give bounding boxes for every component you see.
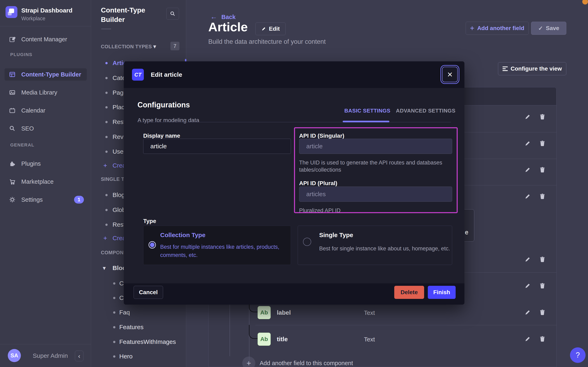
question-icon: ? [576,351,580,359]
component-item[interactable]: Features [91,323,186,331]
calendar-icon [9,107,16,114]
add-field-to-component-button[interactable]: + [242,357,255,367]
type-label: Type [143,218,156,225]
component-item[interactable]: Hero [91,353,186,360]
search-button[interactable] [166,8,179,20]
plus-icon: + [470,24,474,33]
edit-row-button[interactable] [524,283,531,289]
row-divider [255,325,556,325]
settings-gear-icon [9,196,16,203]
collection-count-badge: 7 [170,42,179,50]
cancel-button[interactable]: Cancel [134,286,163,299]
add-another-field-button[interactable]: + Add another field [466,22,529,35]
add-field-to-component-label[interactable]: Add another field to this component [260,360,353,367]
delete-row-button[interactable] [539,140,546,147]
notification-dot [582,0,588,5]
sidebar-item-plugins[interactable]: Plugins [21,160,41,167]
delete-row-button[interactable] [539,309,546,316]
page-title: Article [208,20,248,34]
sidebar-item-calendar[interactable]: Calendar [21,107,45,114]
plus-icon: + [247,359,251,367]
general-section-header: GENERAL [10,142,34,148]
field-name: title [277,336,288,343]
collapse-sidebar-button[interactable]: ‹ [75,351,83,361]
avatar[interactable]: SA [8,349,21,362]
radio-unselected-icon[interactable] [303,238,311,246]
close-button[interactable]: × [442,67,458,82]
edit-row-button[interactable] [524,193,531,200]
sidebar-item-marketplace[interactable]: Marketplace [21,178,54,185]
app-window: Strapi Dashboard Workplace Content Manag… [0,0,588,367]
delete-row-button[interactable] [539,167,546,173]
api-id-plural-input[interactable]: articles [299,187,452,202]
field-type-badge: Ab [257,333,271,346]
collection-type-option[interactable]: Collection Type Best for multiple instan… [143,226,291,265]
caret-down-icon: ▾ [103,264,106,272]
field-type: Text [364,336,375,343]
api-id-plural-label: API ID (Plural) [299,180,337,187]
plus-icon: + [103,234,107,242]
sidebar-item-label: Content-Type Builder [21,71,81,78]
workspace-label: Workplace [21,16,45,21]
delete-row-button[interactable] [539,193,546,200]
display-name-label: Display name [143,133,180,139]
delete-row-button[interactable] [539,336,546,342]
field-type-badge: Ab [257,306,271,319]
seo-search-icon [9,125,16,132]
help-button[interactable]: ? [570,347,586,363]
tab-advanced-settings[interactable]: ADVANCED SETTINGS [396,108,455,114]
edit-row-button[interactable] [524,309,531,316]
delete-row-button[interactable] [539,256,546,263]
plus-icon: + [103,162,107,169]
plugins-puzzle-icon [9,160,16,167]
sidebar-item-seo[interactable]: SEO [21,125,34,132]
delete-button[interactable]: Delete [394,286,424,299]
tab-basic-settings[interactable]: BASIC SETTINGS [344,108,390,114]
field-type: Text [364,309,375,316]
components-header[interactable]: COMPONE [101,250,127,256]
save-button[interactable]: ✓ Save [531,22,566,35]
tree-elbow [249,325,257,339]
radio-selected-icon[interactable] [149,241,156,249]
api-id-singular-input[interactable]: article [299,139,452,154]
sidebar-item-content-manager[interactable]: Content Manager [21,36,67,43]
modal-footer: Cancel Delete Finish [124,283,464,305]
sidebar-item-media-library[interactable]: Media Library [21,89,57,96]
api-id-plural-help: Pluralized API ID [299,207,341,214]
field-name: label [277,309,291,316]
caret-down-icon: ▾ [153,43,156,50]
user-name: Super Admin [33,352,68,359]
delete-row-button[interactable] [539,114,546,120]
plugins-section-header: PLUGINS [10,52,32,57]
component-item[interactable]: FeaturesWithImages [91,338,186,346]
settings-badge: 1 [74,196,84,204]
edit-article-modal: CT Edit article × Configurations A type … [124,61,464,305]
media-library-icon [9,89,16,96]
component-item[interactable]: Faq [91,309,186,316]
edit-row-button[interactable] [524,114,531,120]
edit-row-button[interactable] [524,140,531,147]
configurations-subheading: A type for modeling data [138,117,199,124]
collection-types-header[interactable]: COLLECTION TYPES ▾ [101,43,156,50]
sidebar-item-settings[interactable]: Settings [21,196,43,203]
edit-row-button[interactable] [524,167,531,173]
edit-row-button[interactable] [524,256,531,263]
tabs-divider [138,122,451,122]
check-icon: ✓ [538,25,543,32]
main-sidebar: Strapi Dashboard Workplace Content Manag… [0,0,91,367]
marketplace-cart-icon [9,178,16,185]
edit-row-button[interactable] [524,336,531,342]
panel-title: Content-Type Builder [101,5,164,24]
page-subtitle: Build the data architecture of your cont… [208,38,326,45]
chevron-left-icon: ‹ [78,352,80,360]
pencil-icon [261,26,266,31]
edit-button[interactable]: Edit [255,23,286,35]
delete-row-button[interactable] [539,283,546,289]
finish-button[interactable]: Finish [428,286,456,299]
display-name-input[interactable]: article [143,139,291,154]
single-type-option[interactable]: Single Type Best for single instance lik… [298,226,452,265]
truncated-text: e [465,229,468,236]
layout-bars-icon [503,66,508,72]
configure-the-view-button[interactable]: Configure the view [498,62,566,75]
content-type-builder-icon [9,71,16,78]
